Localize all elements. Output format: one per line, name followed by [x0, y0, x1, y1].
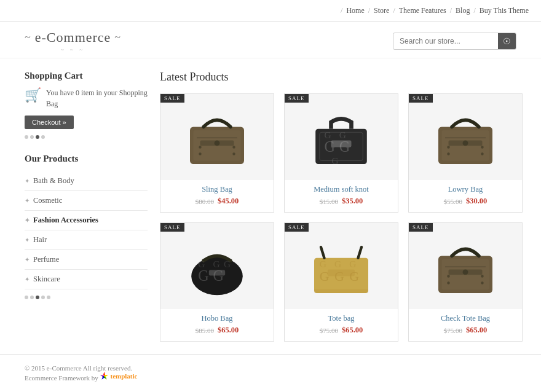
- cat-bullet: ✦: [25, 237, 30, 243]
- sidebar-category-cosmetic[interactable]: ✦Cosmetic: [25, 191, 148, 211]
- main-content: Latest Products SALE Sling Bag $: [160, 71, 523, 342]
- product-prices: $75.00 $65.00: [415, 326, 516, 335]
- site-header: ~ e-Commerce ~ ~ ~ ~ ☉: [0, 22, 541, 58]
- cat-bullet: ✦: [25, 217, 30, 224]
- product-card: SALE Check Tote Bag $75.00 $65.00: [408, 222, 523, 342]
- categories-list: ✦Bath & Body✦Cosmetic✦Fashion Accessorie…: [25, 171, 148, 289]
- sale-price: $30.00: [466, 197, 487, 206]
- dot-3: [36, 135, 39, 139]
- product-image-wrap: SALE: [409, 223, 522, 309]
- nav-theme-features[interactable]: Theme Features: [399, 6, 446, 15]
- cat-bullet: ✦: [25, 276, 30, 283]
- category-label: Perfume: [33, 255, 59, 264]
- product-image: G G G G G: [285, 94, 398, 180]
- nav-separator: /: [341, 6, 342, 15]
- search-input[interactable]: [393, 34, 498, 49]
- sale-price: $35.00: [342, 197, 363, 206]
- svg-text:G: G: [339, 130, 346, 140]
- svg-text:G: G: [198, 259, 205, 269]
- svg-point-50: [481, 281, 483, 284]
- svg-point-24: [447, 152, 449, 155]
- dot-1: [25, 135, 28, 139]
- svg-text:G: G: [320, 259, 326, 269]
- product-info: Lowry Bag $55.00 $30.00: [409, 180, 522, 212]
- templatic-brand: templatic: [110, 372, 137, 380]
- sdot-3: [36, 296, 39, 299]
- cart-info: 🛒 You have 0 item in your Shopping Bag: [25, 87, 148, 109]
- product-info: Hobo Bag $85.00 $65.00: [160, 309, 274, 341]
- product-link[interactable]: Hobo Bag: [201, 314, 232, 323]
- framework-text: Ecommerce Framework by: [25, 374, 98, 382]
- product-prices: $55.00 $30.00: [415, 197, 516, 206]
- sidebar-category-bath-&-body[interactable]: ✦Bath & Body: [25, 171, 148, 191]
- logo-text: e-Commerce: [35, 29, 111, 45]
- categories-section: Our Products ✦Bath & Body✦Cosmetic✦Fashi…: [25, 154, 148, 299]
- sidebar-category-fashion-accessories[interactable]: ✦Fashion Accessories: [25, 211, 148, 230]
- svg-rect-21: [445, 137, 486, 138]
- section-title: Latest Products: [160, 71, 523, 84]
- product-info: Check Tote Bag $75.00 $65.00: [409, 309, 522, 341]
- cat-bullet: ✦: [25, 178, 30, 184]
- svg-point-47: [447, 275, 449, 277]
- products-grid: SALE Sling Bag $80.00 $45.00: [160, 93, 523, 342]
- product-link[interactable]: Lowry Bag: [448, 185, 483, 194]
- category-label: Bath & Body: [33, 176, 74, 186]
- dot-2: [30, 135, 34, 139]
- site-footer: © 2015 e-Commerce All right reserved. Ec…: [0, 354, 541, 391]
- product-image-wrap: SALE: [409, 94, 522, 180]
- cat-bullet: ✦: [25, 256, 30, 263]
- cart-dots: [25, 135, 148, 139]
- product-link[interactable]: Sling Bag: [202, 185, 232, 194]
- svg-point-3: [215, 141, 220, 146]
- product-prices: $15.00 $35.00: [291, 197, 392, 206]
- sale-price: $45.00: [218, 197, 239, 206]
- sale-badge: SALE: [285, 223, 309, 232]
- nav-separator: /: [450, 6, 452, 15]
- sale-price: $65.00: [342, 326, 363, 335]
- sale-price: $65.00: [218, 326, 239, 335]
- svg-point-49: [447, 281, 449, 284]
- svg-point-20: [463, 141, 468, 146]
- product-name: Check Tote Bag: [415, 314, 516, 323]
- product-link[interactable]: Check Tote Bag: [441, 314, 490, 323]
- nav-buy-theme[interactable]: Buy This Theme: [480, 6, 529, 15]
- original-price: $15.00: [320, 198, 338, 205]
- sale-badge: SALE: [160, 223, 184, 232]
- logo-sub: ~ ~ ~: [61, 47, 85, 53]
- sidebar-category-skincare[interactable]: ✦Skincare: [25, 270, 148, 289]
- original-price: $75.00: [320, 327, 338, 334]
- sdot-2: [30, 296, 34, 299]
- top-navigation: / Home / Store / Theme Features / Blog /…: [0, 0, 541, 22]
- category-label: Skincare: [33, 275, 60, 284]
- category-label: Cosmetic: [33, 196, 62, 205]
- nav-blog[interactable]: Blog: [456, 6, 470, 15]
- copyright: © 2015 e-Commerce All right reserved.: [25, 364, 516, 372]
- main-container: Shopping Cart 🛒 You have 0 item in your …: [0, 58, 541, 354]
- svg-text:G: G: [224, 259, 231, 269]
- svg-text:G: G: [349, 259, 356, 269]
- sale-badge: SALE: [409, 223, 433, 232]
- sidebar-category-hair[interactable]: ✦Hair: [25, 230, 148, 250]
- product-card: SALE Lowry Bag $55.00 $30.00: [408, 93, 523, 213]
- product-image-wrap: SALE G G G G G: [160, 223, 274, 309]
- sdot-1: [25, 296, 28, 299]
- svg-text:G: G: [332, 155, 339, 166]
- product-link[interactable]: Tote bag: [328, 314, 354, 323]
- svg-text:G: G: [334, 259, 341, 269]
- product-image: G G G G G: [160, 223, 274, 309]
- nav-home[interactable]: Home: [346, 6, 364, 15]
- search-button[interactable]: ☉: [498, 33, 516, 49]
- nav-store[interactable]: Store: [374, 6, 389, 15]
- product-card: SALE Sling Bag $80.00 $45.00: [160, 93, 274, 213]
- product-link[interactable]: Medium soft knot: [314, 185, 369, 194]
- product-card: SALE G G G G G Medium soft knot $15.00 $…: [284, 93, 398, 213]
- checkout-button[interactable]: Checkout: [25, 116, 74, 129]
- category-label: Fashion Accessories: [33, 216, 98, 225]
- product-card: SALE G G G G G G Tote bag $75.00 $65.00: [284, 222, 398, 342]
- product-image: [160, 94, 274, 180]
- sidebar-category-perfume[interactable]: ✦Perfume: [25, 250, 148, 270]
- product-name: Tote bag: [291, 314, 392, 323]
- cat-bullet: ✦: [25, 197, 30, 204]
- svg-text:G: G: [213, 259, 219, 269]
- svg-point-7: [199, 152, 201, 155]
